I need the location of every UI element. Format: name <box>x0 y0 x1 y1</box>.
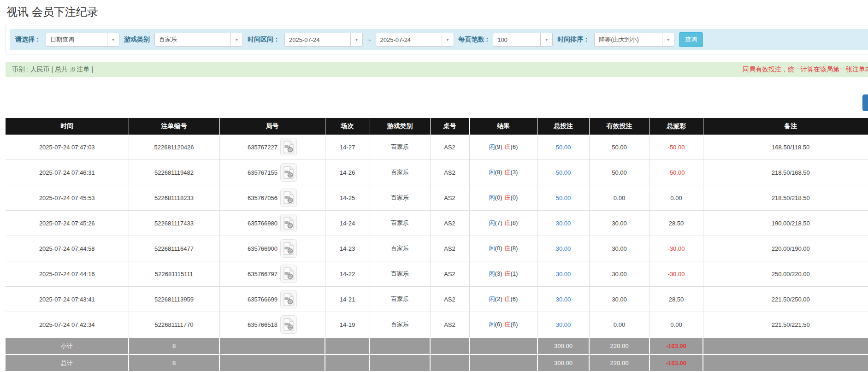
sort-select[interactable]: 降幂(由大到小) ▾ <box>594 33 674 47</box>
query-type-select[interactable]: 日期查询 ▾ <box>46 33 119 47</box>
chevron-down-icon[interactable]: ▾ <box>442 33 454 46</box>
session-no: 14-26 <box>340 169 355 176</box>
bet-time: 2025-07-24 07:47:03 <box>39 144 95 151</box>
banker-result-label: 庄 <box>505 295 511 302</box>
total-bet-link[interactable]: 30.00 <box>556 321 571 328</box>
game-type-select[interactable]: 百家乐 ▾ <box>154 33 243 47</box>
banker-result-score: (1) <box>511 270 518 277</box>
video-replay-button[interactable] <box>280 214 297 232</box>
bet-time: 2025-07-24 07:45:26 <box>39 220 95 227</box>
table-no: AS2 <box>444 144 455 151</box>
game-type: 百家乐 <box>391 270 409 277</box>
bet-id: 522681119482 <box>154 169 194 176</box>
valid-bet: 30.00 <box>612 296 627 303</box>
date-from-value: 2025-07-24 <box>285 33 350 46</box>
total-bet-link[interactable]: 30.00 <box>556 245 571 252</box>
game-type-label: 游戏类别 <box>124 35 150 44</box>
player-result-score: (2) <box>495 295 502 302</box>
total-bet-link[interactable]: 30.00 <box>556 271 571 278</box>
column-header-session: 场次 <box>325 118 370 135</box>
table-row: 2025-07-24 07:42:34 522681111770 6357665… <box>6 312 868 338</box>
chevron-down-icon[interactable]: ▾ <box>350 33 362 46</box>
table-row: 2025-07-24 07:45:53 522681118233 6357670… <box>6 185 868 211</box>
video-replay-button[interactable] <box>280 290 297 308</box>
date-from-select[interactable]: 2025-07-24 ▾ <box>284 33 363 47</box>
round-id: 635766518 <box>248 321 278 328</box>
banker-result-label: 庄 <box>505 194 511 201</box>
bet-time: 2025-07-24 07:45:53 <box>39 195 95 201</box>
banker-result-score: (6) <box>511 295 518 302</box>
total-bet-link[interactable]: 50.00 <box>556 144 571 151</box>
note-value: 168.50/118.50 <box>772 144 809 151</box>
table-body: 2025-07-24 07:47:03 522681120426 6357672… <box>6 135 868 337</box>
session-no: 14-24 <box>340 220 355 227</box>
round-id: 635766980 <box>248 220 278 227</box>
valid-bet: 50.00 <box>612 169 627 176</box>
video-replay-button[interactable] <box>280 138 297 156</box>
note-value: 250.00/220.00 <box>772 271 810 278</box>
total-bet-link[interactable]: 50.00 <box>556 195 571 201</box>
game-type: 百家乐 <box>391 245 409 252</box>
table-row: 2025-07-24 07:46:31 522681119482 6357671… <box>6 160 868 185</box>
chevron-down-icon[interactable]: ▾ <box>540 33 552 46</box>
chevron-down-icon[interactable]: ▾ <box>107 33 119 46</box>
summary-text: 币别 : 人民币 | 总共 :8 注单 | <box>12 65 93 74</box>
table-row: 2025-07-24 07:47:03 522681120426 6357672… <box>6 135 868 160</box>
column-header-bet-id: 注单编号 <box>129 118 219 135</box>
valid-bet: 50.00 <box>612 144 627 151</box>
search-button[interactable]: 查询 <box>679 32 703 47</box>
note-value: 221.50/250.00 <box>772 296 810 303</box>
valid-bet: 0.00 <box>614 321 625 328</box>
player-result-label: 闲 <box>489 295 495 302</box>
bet-id: 522681117433 <box>154 220 194 227</box>
table-no: AS2 <box>444 321 455 328</box>
video-replay-button[interactable] <box>280 163 297 182</box>
player-result-score: (3) <box>495 270 502 277</box>
video-replay-button[interactable] <box>280 315 297 334</box>
per-page-value: 100 <box>493 33 540 46</box>
video-replay-button[interactable] <box>280 265 297 283</box>
subtotal-payout: -103.00 <box>650 337 703 354</box>
column-header-time: 时间 <box>6 118 129 135</box>
video-file-icon <box>283 217 294 230</box>
note-value: 218.50/218.50 <box>772 195 810 201</box>
player-result-score: (8) <box>495 169 502 176</box>
per-page-select[interactable]: 100 ▾ <box>493 33 553 47</box>
game-type: 百家乐 <box>391 219 409 226</box>
query-type-label: 请选择： <box>15 35 41 44</box>
banker-result-label: 庄 <box>505 219 511 226</box>
banker-result-score: (8) <box>511 219 518 226</box>
video-file-icon <box>283 242 294 255</box>
payout-value: -50.00 <box>668 169 685 176</box>
total-bet-link[interactable]: 30.00 <box>556 296 571 303</box>
table-row: 2025-07-24 07:44:58 522681116477 6357669… <box>6 236 868 261</box>
player-result-label: 闲 <box>489 194 495 201</box>
table-no: AS2 <box>444 220 455 227</box>
video-replay-button[interactable] <box>280 189 297 207</box>
round-id: 635766797 <box>248 271 278 278</box>
subtotal-count: 8 <box>129 337 219 354</box>
total-row: 总计 8 300.00 220.00 -103.00 <box>6 354 868 371</box>
chevron-down-icon[interactable]: ▾ <box>662 33 674 46</box>
page-title: 视讯 会员下注纪录 <box>6 5 868 19</box>
table-row: 2025-07-24 07:44:16 522681115111 6357667… <box>6 261 868 287</box>
video-file-icon <box>283 267 294 280</box>
offscreen-action-button[interactable] <box>862 94 868 111</box>
table-no: AS2 <box>444 296 455 303</box>
sort-value: 降幂(由大到小) <box>595 33 662 46</box>
player-result-score: (9) <box>495 143 502 150</box>
page: 视讯 会员下注纪录 请选择： 日期查询 ▾ 游戏类别 百家乐 ▾ 时间区间： 2… <box>0 0 868 372</box>
table-no: AS2 <box>444 195 455 201</box>
video-replay-button[interactable] <box>280 239 297 258</box>
total-bet-link[interactable]: 50.00 <box>556 169 571 176</box>
bet-id: 522681116477 <box>154 245 194 252</box>
banker-result-label: 庄 <box>505 321 511 328</box>
date-to-select[interactable]: 2025-07-24 ▾ <box>376 33 454 47</box>
payout-value: 28.50 <box>669 296 684 303</box>
chevron-down-icon[interactable]: ▾ <box>230 33 242 46</box>
game-type: 百家乐 <box>391 295 409 302</box>
banker-result-score: (8) <box>511 245 518 252</box>
session-no: 14-27 <box>340 144 355 151</box>
total-label: 总计 <box>6 354 129 371</box>
total-bet-link[interactable]: 30.00 <box>556 220 571 227</box>
